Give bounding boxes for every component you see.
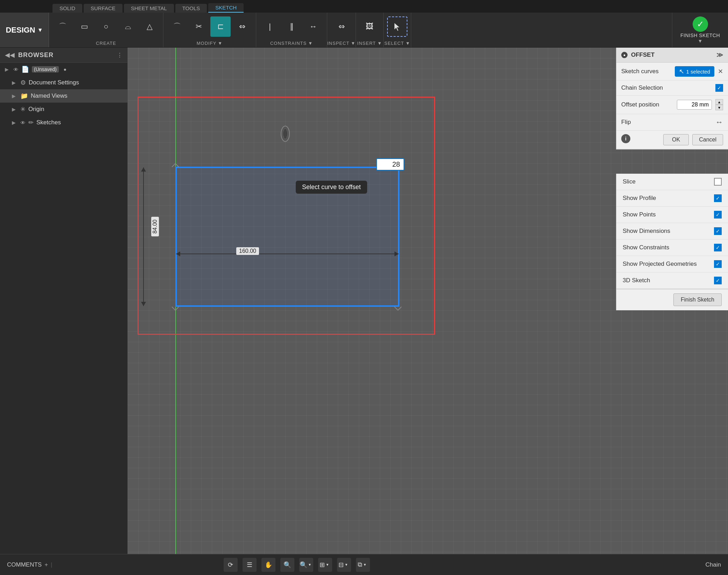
canvas-area[interactable]: TOP Z X — [128, 48, 728, 554]
orbit-tool[interactable]: ⟳ — [224, 558, 238, 572]
statusbar: COMMENTS + | ⟳ ☰ ✋ 🔍 🔍▼ ⊞▼ ⊟▼ ⧉▼ Chain — [0, 554, 728, 575]
offset-tool[interactable]: ⊏ — [210, 16, 231, 37]
show-profile-checkbox[interactable]: ✓ — [714, 194, 722, 202]
mirror-tool[interactable]: ⇔ — [232, 16, 252, 37]
cancel-button[interactable]: Cancel — [692, 134, 723, 145]
flip-icon[interactable]: ↔ — [715, 118, 723, 127]
sketch-rectangle[interactable] — [175, 167, 399, 307]
offset-panel-title: OFFSET — [631, 51, 654, 58]
show-projected-checkbox[interactable]: ✓ — [714, 260, 722, 268]
tree-root[interactable]: ▶ 👁 📄 (Unsaved) ● — [0, 63, 127, 76]
origin-arrow[interactable]: ▶ — [12, 106, 18, 112]
pan-tool[interactable]: ✋ — [261, 558, 275, 572]
line-tool[interactable]: ⌒ — [52, 16, 73, 37]
chain-label: Chain — [706, 561, 721, 568]
ok-button[interactable]: OK — [663, 134, 689, 145]
tree-origin[interactable]: ▶ ✳ Origin — [0, 103, 127, 116]
named-views-arrow[interactable]: ▶ — [12, 93, 18, 99]
finish-sketch-panel-button[interactable]: Finish Sketch — [673, 293, 722, 306]
circle-tool[interactable]: ○ — [96, 16, 116, 37]
svg-line-7 — [398, 307, 401, 310]
sidebar-pin[interactable]: ⋮ — [117, 52, 122, 58]
design-button[interactable]: DESIGN ▼ — [0, 13, 49, 47]
constraint-symbol-br — [394, 303, 402, 311]
named-views-label: Named Views — [31, 92, 68, 99]
look-at-tool[interactable]: ☰ — [243, 558, 257, 572]
finish-sketch-icon: ✓ — [693, 16, 708, 32]
visibility-icon-root[interactable]: 👁 — [13, 67, 19, 72]
status-tools: ⟳ ☰ ✋ 🔍 🔍▼ ⊞▼ ⊟▼ ⧉▼ — [224, 558, 370, 572]
show-points-checkbox[interactable]: ✓ — [714, 211, 722, 219]
trim-tool[interactable]: ✂ — [189, 16, 209, 37]
show-dimensions-label: Show Dimensions — [623, 228, 714, 235]
visibility-icon-sketches[interactable]: 👁 — [20, 120, 26, 126]
flip-row: Flip ↔ — [616, 114, 728, 131]
doc-settings-arrow[interactable]: ▶ — [12, 80, 18, 85]
finish-sketch-bottom: Finish Sketch — [616, 289, 728, 310]
arc-tool[interactable]: ⌓ — [118, 16, 138, 37]
viewcube-settings-tool[interactable]: ⧉▼ — [356, 558, 370, 572]
3d-sketch-checkbox[interactable]: ✓ — [714, 277, 722, 284]
sidebar-collapse-arrow[interactable]: ◀◀ — [5, 51, 15, 59]
offset-panel-expand[interactable]: ≫ — [716, 51, 723, 59]
inspect-section: ⇔ INSPECT▼ — [327, 13, 356, 47]
offset-position-input[interactable] — [677, 100, 712, 110]
show-dimensions-checkbox[interactable]: ✓ — [714, 227, 722, 235]
dimension-tool[interactable]: ↔ — [303, 16, 323, 37]
select-tool[interactable] — [387, 16, 407, 37]
settings-icon: ⚙ — [20, 79, 26, 86]
offset-position-stepper: ▲ ▼ — [715, 99, 723, 110]
tab-tools[interactable]: TOOLS — [175, 4, 207, 13]
3d-sketch-label: 3D Sketch — [623, 277, 714, 284]
grid-settings-tool[interactable]: ⊟▼ — [337, 558, 351, 572]
tree-root-arrow[interactable]: ▶ — [5, 67, 10, 72]
tree-sketches[interactable]: ▶ 👁 ✏ Sketches — [0, 116, 127, 129]
slice-label: Slice — [623, 178, 714, 185]
insert-label: INSERT▼ — [357, 41, 382, 47]
tree-document-settings[interactable]: ▶ ⚙ Document Settings — [0, 76, 127, 89]
constraints-label: CONSTRAINTS▼ — [270, 41, 313, 47]
corner-constraint-bl — [170, 302, 180, 312]
parallel-constraint[interactable]: ∥ — [281, 16, 302, 37]
zoom-window-tool[interactable]: 🔍▼ — [299, 558, 313, 572]
info-icon[interactable]: i — [621, 134, 630, 143]
show-points-row: Show Points ✓ — [616, 207, 728, 223]
finish-sketch-button[interactable]: ✓ FINISH SKETCH ▼ — [672, 13, 728, 47]
tab-sketch[interactable]: SKETCH — [208, 3, 244, 13]
offset-position-increment[interactable]: ▲ — [715, 99, 723, 105]
display-settings-tool[interactable]: ⊞▼ — [318, 558, 332, 572]
fillet-tool[interactable]: ⌒ — [167, 16, 187, 37]
slice-checkbox[interactable] — [714, 178, 722, 186]
svg-line-1 — [175, 164, 179, 167]
offset-value-canvas[interactable]: 28 — [376, 158, 404, 171]
select-label: SELECT▼ — [384, 41, 410, 47]
offset-position-row: Offset position ▲ ▼ — [616, 96, 728, 114]
sketch-options-panel: Slice Show Profile ✓ Show Points ✓ Show … — [616, 174, 728, 310]
show-constraints-checkbox[interactable]: ✓ — [714, 244, 722, 251]
clear-selection-button[interactable]: ✕ — [718, 68, 723, 75]
tree-named-views[interactable]: ▶ 📁 Named Views — [0, 89, 127, 103]
record-icon[interactable]: ● — [64, 67, 66, 72]
tab-surface[interactable]: SURFACE — [84, 4, 122, 13]
sketches-arrow[interactable]: ▶ — [12, 120, 18, 125]
sidebar: ◀◀ BROWSER ⋮ ▶ 👁 📄 (Unsaved) ● ▶ ⚙ Docum… — [0, 48, 128, 554]
cursor-icon — [392, 22, 402, 32]
measure-tool[interactable]: ⇔ — [331, 16, 352, 37]
create-section: ⌒ ▭ ○ ⌓ △ CREATE — [49, 13, 163, 47]
sketch-curves-row: Sketch curves ↖ 1 selected ✕ — [616, 63, 728, 81]
tab-sheet-metal[interactable]: SHEET METAL — [124, 4, 174, 13]
offset-position-decrement[interactable]: ▼ — [715, 105, 723, 110]
sidebar-header: ◀◀ BROWSER ⋮ — [0, 48, 127, 63]
coincident-constraint[interactable]: | — [260, 16, 280, 37]
sketch-curves-selected-badge[interactable]: ↖ 1 selected — [675, 66, 714, 77]
polygon-tool[interactable]: △ — [139, 16, 160, 37]
zoom-tool[interactable]: 🔍 — [280, 558, 294, 572]
insert-image-tool[interactable]: 🖼 — [359, 16, 380, 37]
tab-solid[interactable]: SOLID — [52, 4, 82, 13]
comments-add-icon[interactable]: + — [44, 561, 48, 568]
chain-selection-checkbox[interactable]: ✓ — [715, 84, 723, 92]
rectangle-tool[interactable]: ▭ — [74, 16, 94, 37]
inspect-label: INSPECT▼ — [327, 41, 356, 47]
select-section: SELECT▼ — [384, 13, 411, 47]
height-dimension-line — [143, 167, 144, 306]
